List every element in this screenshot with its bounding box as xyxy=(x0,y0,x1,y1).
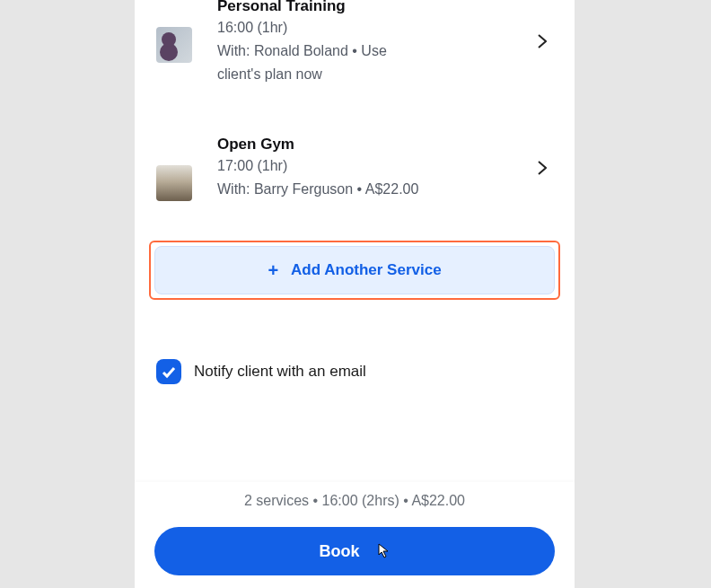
notify-label: Notify client with an email xyxy=(194,363,366,381)
service-title: Open Gym xyxy=(217,135,433,154)
service-thumbnail xyxy=(156,165,192,201)
booking-panel: Personal Training 16:00 (1hr) With: Rona… xyxy=(135,0,575,588)
add-service-label: Add Another Service xyxy=(291,261,442,279)
add-service-button[interactable]: + Add Another Service xyxy=(154,246,555,294)
service-text: Personal Training 16:00 (1hr) With: Rona… xyxy=(217,0,433,86)
service-with: With: Ronald Boland • Use client's plan … xyxy=(217,39,433,86)
chevron-right-icon[interactable] xyxy=(530,29,555,54)
book-label: Book xyxy=(320,542,360,561)
service-item[interactable]: Personal Training 16:00 (1hr) With: Rona… xyxy=(135,0,575,86)
plus-icon: + xyxy=(268,260,278,281)
service-thumbnail xyxy=(156,27,192,63)
service-time: 17:00 (1hr) xyxy=(217,154,433,178)
book-button[interactable]: Book xyxy=(154,527,555,575)
notify-client-toggle[interactable]: Notify client with an email xyxy=(156,359,553,384)
service-text: Open Gym 17:00 (1hr) With: Barry Ferguso… xyxy=(217,135,433,201)
cursor-icon xyxy=(376,543,391,559)
add-service-highlight: + Add Another Service xyxy=(149,241,560,300)
chevron-right-icon[interactable] xyxy=(530,155,555,180)
booking-footer: 2 services • 16:00 (2hrs) • A$22.00 Book xyxy=(135,482,575,588)
service-time: 16:00 (1hr) xyxy=(217,16,433,39)
service-item[interactable]: Open Gym 17:00 (1hr) With: Barry Ferguso… xyxy=(135,135,575,201)
service-title: Personal Training xyxy=(217,0,433,16)
service-with: With: Barry Ferguson • A$22.00 xyxy=(217,178,433,201)
checkbox-checked-icon xyxy=(156,359,181,384)
booking-summary: 2 services • 16:00 (2hrs) • A$22.00 xyxy=(135,493,575,509)
